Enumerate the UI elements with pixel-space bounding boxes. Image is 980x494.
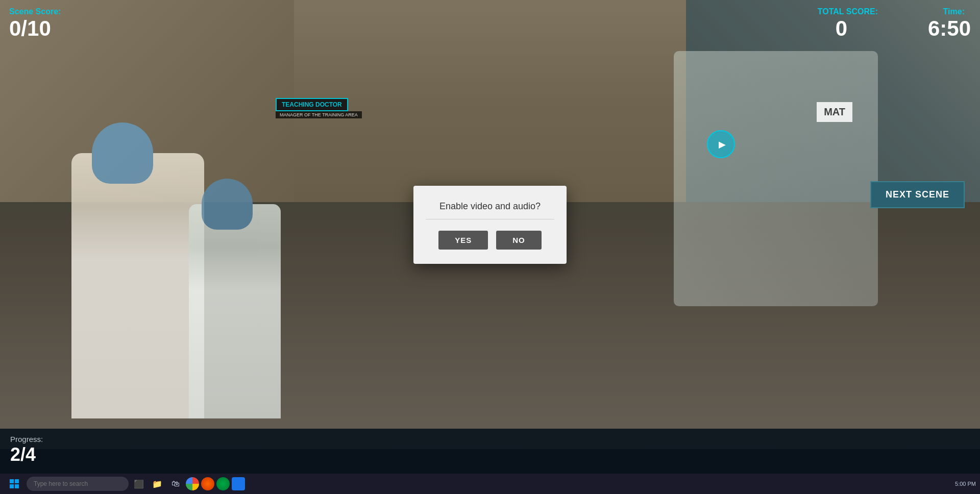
dialog-title: Enable video and audio? <box>426 201 554 212</box>
dialog-overlay: Enable video and audio? YES NO <box>0 0 980 449</box>
taskbar-store-icon[interactable]: 🛍 <box>167 476 184 492</box>
start-button[interactable] <box>4 475 24 493</box>
taskbar: ⬛ 📁 🛍 5:00 PM <box>0 474 980 494</box>
taskbar-task-view-icon[interactable]: ⬛ <box>131 476 147 492</box>
taskbar-app-1-icon[interactable] <box>201 477 214 490</box>
taskbar-search-input[interactable] <box>27 477 129 491</box>
dialog-buttons: YES NO <box>426 231 554 250</box>
dialog-divider <box>426 219 554 219</box>
taskbar-app-3-icon[interactable] <box>232 477 245 490</box>
taskbar-time: 5:00 PM <box>955 481 976 487</box>
taskbar-file-explorer-icon[interactable]: 📁 <box>149 476 165 492</box>
windows-icon <box>10 479 19 488</box>
dialog-yes-button[interactable]: YES <box>438 231 488 250</box>
taskbar-chrome-icon[interactable] <box>186 477 199 490</box>
taskbar-right-area: 5:00 PM <box>955 481 976 487</box>
dialog-no-button[interactable]: NO <box>496 231 542 250</box>
enable-audio-dialog: Enable video and audio? YES NO <box>413 186 567 264</box>
taskbar-app-2-icon[interactable] <box>216 477 230 490</box>
